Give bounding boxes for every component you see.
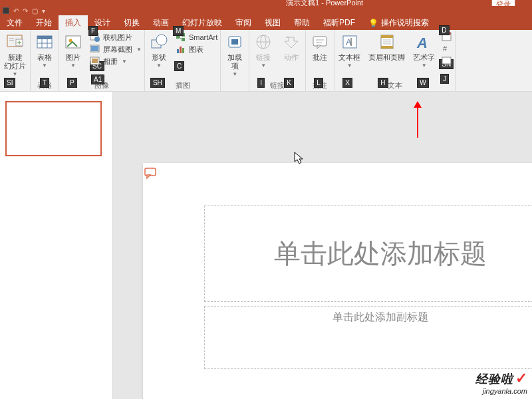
- keytip-h: H: [378, 78, 388, 88]
- comment-label: 批注: [313, 53, 327, 62]
- tab-transitions[interactable]: 切换: [117, 15, 146, 30]
- keytip-t: T: [40, 78, 49, 88]
- slidenum-button[interactable]: # SN: [442, 43, 452, 54]
- subtitle-placeholder[interactable]: 单击此处添加副标题: [204, 306, 532, 369]
- lightbulb-icon: 💡: [368, 19, 378, 28]
- redo-icon[interactable]: ↷: [23, 7, 28, 15]
- svg-rect-44: [381, 46, 393, 49]
- keytip-x: X: [342, 78, 352, 88]
- date-button[interactable]: D: [442, 31, 452, 42]
- undo-icon[interactable]: ↶: [13, 7, 19, 15]
- save-icon[interactable]: [3, 7, 9, 14]
- svg-rect-35: [313, 37, 327, 46]
- pictures-label: 图片: [66, 53, 80, 62]
- svg-rect-7: [37, 36, 52, 39]
- window-title: 演示文稿1 - PowerPoint: [286, 0, 363, 6]
- cursor-icon: [294, 152, 305, 168]
- qat-more-icon[interactable]: ▾: [42, 7, 45, 15]
- tab-help[interactable]: 帮助: [287, 15, 317, 30]
- picture-icon: [63, 32, 83, 52]
- shapes-button[interactable]: 形状 ▼ SH: [145, 30, 173, 80]
- keytip-p: P: [67, 78, 77, 88]
- object-button[interactable]: J: [442, 55, 452, 66]
- screenshot-button[interactable]: 屏幕截图▼ SC: [90, 44, 142, 55]
- slide-canvas-area[interactable]: 单击此处添加标题 单击此处添加副标题: [113, 92, 532, 399]
- group-illustrations: 形状 ▼ SH SmartArt M 图表 C 插图: [145, 30, 221, 92]
- addins-button[interactable]: 加载 项 ▼ Z1: [221, 30, 249, 92]
- album-button[interactable]: 相册▼ A1: [90, 56, 142, 66]
- tab-file[interactable]: 文件: [0, 15, 29, 30]
- svg-rect-27: [180, 47, 182, 53]
- shapes-icon: [149, 32, 169, 52]
- watermark-brand: 经验啦: [475, 372, 513, 386]
- keytip-f: F: [88, 26, 98, 36]
- svg-rect-23: [182, 38, 185, 41]
- new-slide-label: 新建 幻灯片: [4, 53, 26, 70]
- keytip-c: C: [174, 61, 184, 71]
- screenshot-label: 屏幕截图: [103, 45, 132, 55]
- title-placeholder[interactable]: 单击此处添加标题: [204, 205, 532, 302]
- chevron-down-icon: ▼: [156, 63, 162, 68]
- svg-marker-54: [147, 175, 150, 178]
- chevron-down-icon: ▼: [422, 63, 427, 68]
- table-icon: [35, 32, 55, 52]
- wordart-button[interactable]: A 艺术字 ▼ W: [409, 30, 439, 80]
- action-label: 动作: [284, 53, 299, 62]
- svg-marker-34: [285, 37, 298, 48]
- group-links: 链接 ▼ I 动作 K 链接: [249, 30, 306, 92]
- keytip-i: I: [257, 78, 265, 88]
- action-icon: [281, 32, 301, 52]
- keytip-a1: A1: [91, 74, 104, 84]
- shapes-label: 形状: [152, 53, 166, 62]
- group-comments: 批注 L 批注: [306, 30, 334, 92]
- comment-indicator-icon[interactable]: [144, 168, 158, 182]
- wordart-icon: A: [414, 32, 434, 52]
- table-button[interactable]: 表格 ▼ T: [31, 30, 59, 80]
- online-pictures-button[interactable]: 联机图片 F: [90, 32, 142, 43]
- comment-button[interactable]: 批注 L: [306, 30, 334, 80]
- tab-home[interactable]: 开始: [29, 15, 59, 30]
- thumbnail-pane[interactable]: [0, 92, 113, 399]
- tab-foxit[interactable]: 福昕PDF: [317, 15, 362, 30]
- album-label: 相册: [103, 57, 118, 66]
- tab-animations[interactable]: 动画: [146, 15, 176, 30]
- number-icon: #: [442, 43, 452, 54]
- pictures-button[interactable]: 图片 ▼ P: [59, 30, 87, 80]
- svg-text:A: A: [416, 35, 428, 51]
- login-button[interactable]: 登录: [491, 0, 515, 6]
- new-slide-button[interactable]: 新建 幻灯片 ▼ SI: [0, 30, 30, 92]
- chart-button[interactable]: 图表 C: [176, 44, 217, 55]
- editor-area: 单击此处添加标题 单击此处添加副标题: [0, 92, 532, 399]
- start-icon[interactable]: ▢: [32, 7, 38, 15]
- slide-thumbnail-1[interactable]: [5, 101, 102, 156]
- tell-me[interactable]: 💡 操作说明搜索: [362, 15, 436, 30]
- tab-view[interactable]: 视图: [258, 15, 287, 30]
- headerfooter-button[interactable]: 页眉和页脚 H: [364, 30, 409, 80]
- action-button: 动作 K: [277, 30, 305, 80]
- chevron-down-icon: ▼: [347, 63, 352, 68]
- svg-point-12: [69, 39, 72, 43]
- link-icon: [253, 32, 273, 52]
- textbox-button[interactable]: A 文本框 ▼ X: [334, 30, 364, 80]
- chart-icon: [176, 44, 186, 55]
- svg-marker-57: [295, 152, 303, 164]
- online-pictures-label: 联机图片: [103, 33, 132, 43]
- link-button: 链接 ▼ I: [249, 30, 277, 80]
- textbox-label: 文本框: [338, 53, 360, 62]
- chevron-down-icon: ▼: [232, 71, 237, 77]
- svg-rect-16: [91, 46, 98, 51]
- slide[interactable]: 单击此处添加标题 单击此处添加副标题: [143, 163, 532, 399]
- headerfooter-label: 页眉和页脚: [368, 53, 405, 62]
- svg-point-14: [94, 37, 100, 42]
- keytip-sh: SH: [150, 78, 165, 88]
- keytip-w: W: [417, 78, 428, 88]
- chevron-down-icon: ▼: [42, 63, 47, 68]
- watermark: 经验啦 ✓ jingyanla.com: [475, 370, 527, 395]
- tab-review[interactable]: 审阅: [229, 15, 258, 30]
- svg-rect-18: [92, 59, 98, 63]
- tab-insert[interactable]: 插入: [59, 15, 88, 30]
- svg-text:#: #: [443, 45, 448, 53]
- smartart-button[interactable]: SmartArt M: [176, 32, 217, 43]
- album-icon: [90, 56, 100, 66]
- smartart-label: SmartArt: [189, 33, 217, 41]
